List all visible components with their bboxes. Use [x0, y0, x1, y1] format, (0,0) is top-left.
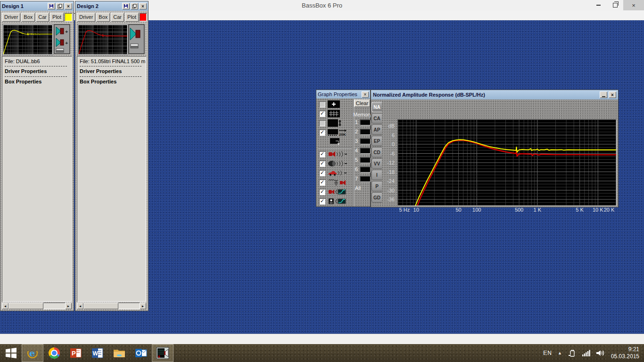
scroll-left-button[interactable] — [77, 303, 83, 309]
minimize-button[interactable] — [600, 91, 607, 98]
close-icon: × — [632, 2, 636, 8]
duplicate-button[interactable] — [56, 3, 64, 9]
split-graph-icon — [330, 138, 341, 146]
design2-properties: File: 51.05litri FINAL1 500 mm.bb Driver… — [77, 56, 146, 302]
memory-slot-button[interactable] — [360, 139, 370, 144]
tool-button[interactable]: Car — [36, 13, 49, 22]
response-thumbnail — [3, 25, 53, 55]
box-sound-icon — [328, 160, 347, 167]
crosshair-row — [318, 99, 352, 109]
crosshair-icon — [328, 100, 340, 108]
horizontal-scrollbar[interactable] — [77, 303, 146, 309]
copy-icon — [132, 4, 137, 8]
plot-button[interactable]: Plot — [125, 13, 139, 22]
memory-slot-row: 5 — [355, 155, 370, 165]
network-signal-icon[interactable] — [582, 349, 590, 357]
copy-icon — [58, 4, 62, 8]
design1-titlebar[interactable]: Design 1 × — [0, 1, 74, 11]
taskbar-outlook[interactable] — [130, 344, 152, 362]
taskbar-bassbox[interactable]: 6 — [152, 344, 173, 362]
tray-date: 05.03.2015 — [611, 353, 639, 360]
scroll-thumb[interactable] — [8, 303, 43, 309]
box-response-toggle[interactable] — [319, 198, 325, 205]
tool-button[interactable]: Driver — [77, 13, 95, 22]
box-acoustic-toggle[interactable] — [319, 161, 325, 167]
tool-button[interactable]: Box — [21, 13, 35, 22]
language-indicator[interactable]: EN — [543, 350, 552, 356]
filter-network-toggle[interactable] — [319, 180, 325, 186]
horizontal-scrollbar[interactable] — [2, 303, 72, 309]
memory-slot-button[interactable] — [360, 157, 370, 163]
plot-color-swatch[interactable] — [65, 13, 72, 21]
close-button[interactable]: × — [623, 0, 644, 10]
crosshair-toggle[interactable] — [319, 101, 325, 107]
memory-slot-row: 4 — [355, 146, 370, 155]
start-button[interactable] — [0, 344, 22, 362]
close-button[interactable]: × — [362, 91, 369, 98]
tool-button[interactable]: Car — [111, 13, 124, 22]
tool-button[interactable]: Box — [96, 13, 110, 22]
driver-acoustic-toggle[interactable] — [319, 151, 325, 157]
memory-all-label[interactable]: All — [355, 185, 370, 191]
memory-slot-button[interactable] — [360, 167, 370, 172]
grid-toggle[interactable] — [319, 111, 325, 117]
driver-response-toggle[interactable] — [319, 189, 325, 195]
clear-button[interactable]: Clear — [354, 99, 370, 107]
separator — [5, 66, 67, 67]
scroll-track[interactable] — [8, 303, 65, 309]
design-window-1: Design 1 × DriverBoxCar Plot + + — [0, 1, 74, 311]
restore-button[interactable] — [607, 0, 623, 10]
car-acoustic-toggle[interactable] — [319, 170, 325, 176]
design2-titlebar[interactable]: Design 2 × — [75, 1, 148, 11]
plot-button[interactable]: Plot — [50, 13, 64, 22]
duplicate-button[interactable] — [131, 3, 138, 9]
frequency-range-toggle[interactable] — [319, 130, 325, 136]
memory-slot-button[interactable] — [360, 176, 370, 181]
memory-slot-button[interactable] — [360, 120, 370, 125]
power-icon[interactable] — [568, 349, 576, 357]
palette-titlebar[interactable]: Graph Properties × — [316, 90, 370, 99]
plot-color-swatch[interactable] — [140, 13, 147, 21]
scroll-right-button[interactable] — [140, 303, 146, 309]
close-button[interactable]: × — [65, 3, 72, 9]
amplitude-response-plot — [398, 120, 616, 206]
taskbar-chrome[interactable] — [43, 344, 65, 362]
graph-tab[interactable]: NA — [372, 102, 382, 112]
memory-slot-button[interactable] — [360, 148, 370, 153]
close-icon: × — [141, 4, 144, 9]
close-button[interactable]: × — [139, 3, 147, 9]
amplitude-scale-toggle[interactable] — [319, 120, 325, 126]
svg-text:6: 6 — [158, 354, 160, 359]
response-thumbnail — [78, 25, 128, 55]
taskbar-internet-explorer[interactable]: e — [22, 344, 43, 362]
taskbar-word[interactable]: W — [87, 344, 108, 362]
file-label: File: DUAL.bb6 — [5, 58, 71, 64]
memory-slot-button[interactable] — [360, 129, 370, 134]
box-properties-title: Box Properties — [5, 79, 71, 84]
close-button[interactable]: × — [609, 91, 616, 98]
x-tick-label: 10 — [413, 207, 419, 213]
graph-window: Normalized Amplitude Response (dB-SPL/Hz… — [371, 90, 619, 207]
driver-properties-title: Driver Properties — [5, 68, 71, 74]
taskbar-powerpoint[interactable]: P — [65, 344, 87, 362]
graph-titlebar[interactable]: Normalized Amplitude Response (dB-SPL/Hz… — [371, 90, 618, 99]
speaker-box-icon: + + — [54, 24, 72, 54]
show-hidden-icons[interactable]: ▲ — [558, 351, 562, 355]
clock[interactable]: 9:21 05.03.2015 — [611, 346, 639, 360]
tool-button[interactable]: Driver — [2, 13, 20, 22]
scroll-left-button[interactable] — [2, 303, 8, 309]
windows-logo-icon — [4, 346, 17, 360]
taskbar-file-explorer[interactable] — [108, 344, 130, 362]
scroll-right-button[interactable] — [65, 303, 72, 309]
scroll-thumb[interactable] — [83, 303, 118, 309]
save-button[interactable] — [48, 3, 55, 9]
save-button[interactable] — [122, 3, 130, 9]
filter-network-row — [318, 178, 352, 187]
volume-icon[interactable] — [596, 349, 605, 357]
scroll-track[interactable] — [83, 303, 140, 309]
memory-slot-number: 2 — [355, 129, 358, 134]
minimize-button[interactable] — [590, 0, 606, 10]
floppy-icon — [49, 4, 54, 8]
memory-slot-row: 3 — [355, 136, 370, 146]
memory-slot-number: 1 — [355, 119, 358, 125]
